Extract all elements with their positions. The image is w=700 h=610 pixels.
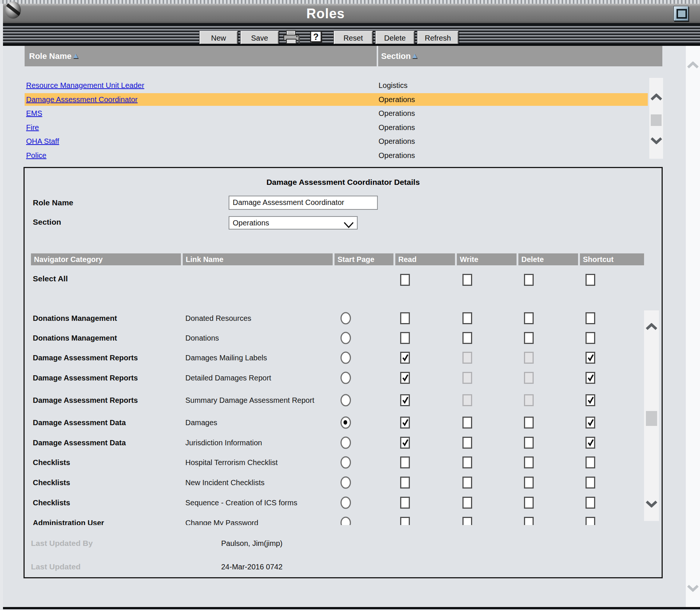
- delete-checkbox[interactable]: [524, 312, 534, 324]
- role-link[interactable]: OHA Staff: [26, 135, 59, 148]
- scroll-down-icon[interactable]: [687, 584, 699, 593]
- read-checkbox[interactable]: [400, 417, 410, 429]
- delete-checkbox[interactable]: [524, 456, 534, 468]
- permission-row: Damage Assessment DataJurisdiction Infor…: [26, 433, 645, 452]
- select-all-read-checkbox[interactable]: [400, 274, 410, 286]
- write-checkbox[interactable]: [462, 437, 472, 449]
- role-section: Operations: [379, 135, 415, 148]
- permission-row: ChecklistsSequence - Creation of ICS for…: [26, 493, 645, 513]
- read-checkbox[interactable]: [400, 437, 410, 449]
- read-checkbox[interactable]: [400, 312, 410, 324]
- write-checkbox[interactable]: [462, 517, 472, 525]
- new-button[interactable]: New: [199, 31, 238, 45]
- roles-list-scrollbar[interactable]: [649, 78, 663, 159]
- refresh-button[interactable]: Refresh: [417, 31, 459, 45]
- write-checkbox[interactable]: [462, 312, 472, 324]
- select-all-label: Select All: [33, 274, 68, 284]
- role-link[interactable]: Fire: [26, 121, 39, 134]
- column-header-role-name[interactable]: Role Name: [25, 46, 377, 66]
- start-page-radio[interactable]: [340, 517, 351, 525]
- scrollbar-thumb[interactable]: [646, 411, 657, 426]
- section-select[interactable]: Operations: [229, 216, 358, 230]
- write-checkbox[interactable]: [462, 332, 472, 344]
- delete-checkbox[interactable]: [524, 417, 534, 429]
- shortcut-checkbox[interactable]: [586, 372, 595, 384]
- read-checkbox[interactable]: [400, 517, 410, 525]
- role-row: EMSOperations: [25, 107, 648, 120]
- delete-checkbox[interactable]: [524, 517, 534, 525]
- read-checkbox[interactable]: [400, 497, 410, 509]
- window-restore-icon[interactable]: [674, 6, 688, 21]
- write-checkbox[interactable]: [462, 456, 472, 468]
- scroll-down-icon[interactable]: [650, 137, 662, 146]
- details-title: Damage Assessment Coordinator Details: [25, 178, 662, 187]
- start-page-radio[interactable]: [340, 372, 351, 384]
- select-all-write-checkbox[interactable]: [462, 274, 472, 286]
- delete-checkbox: [524, 372, 534, 384]
- select-all-delete-checkbox[interactable]: [524, 274, 534, 286]
- start-page-radio[interactable]: [340, 312, 351, 324]
- perm-header-delete: Delete: [518, 253, 578, 265]
- permission-row: Damage Assessment ReportsDamages Mailing…: [26, 348, 645, 368]
- delete-checkbox[interactable]: [524, 497, 534, 509]
- shortcut-checkbox[interactable]: [586, 394, 595, 406]
- link-name-cell: Jurisdiction Information: [185, 438, 320, 448]
- start-page-radio[interactable]: [340, 417, 351, 429]
- read-checkbox[interactable]: [400, 332, 410, 344]
- link-name-cell: Damages: [185, 418, 320, 427]
- permissions-scrollbar[interactable]: [644, 310, 659, 521]
- column-header-section[interactable]: Section: [378, 46, 662, 66]
- start-page-radio[interactable]: [340, 394, 351, 407]
- delete-checkbox[interactable]: [524, 437, 534, 449]
- link-name-cell: Detailed Damages Report: [185, 373, 320, 383]
- read-checkbox[interactable]: [400, 394, 410, 406]
- shortcut-checkbox[interactable]: [586, 332, 595, 344]
- role-link[interactable]: EMS: [26, 107, 42, 120]
- start-page-radio[interactable]: [340, 477, 351, 489]
- shortcut-checkbox[interactable]: [586, 517, 595, 525]
- scroll-up-icon[interactable]: [687, 61, 699, 70]
- save-button[interactable]: Save: [240, 31, 279, 45]
- role-name-input[interactable]: Damage Assessment Coordinator: [229, 196, 378, 210]
- read-checkbox[interactable]: [400, 352, 410, 364]
- sort-asc-icon: [412, 47, 418, 67]
- navigator-category-cell: Damage Assessment Reports: [33, 354, 138, 362]
- read-checkbox[interactable]: [400, 477, 410, 489]
- shortcut-checkbox[interactable]: [586, 477, 595, 489]
- scroll-down-icon[interactable]: [646, 500, 657, 509]
- write-checkbox: [462, 352, 472, 364]
- shortcut-checkbox[interactable]: [586, 456, 595, 468]
- start-page-radio[interactable]: [340, 332, 351, 344]
- shortcut-checkbox[interactable]: [586, 417, 595, 429]
- shortcut-checkbox[interactable]: [586, 437, 595, 449]
- role-link[interactable]: Damage Assessment Coordinator: [26, 93, 138, 106]
- window-scrollbar[interactable]: [686, 46, 700, 607]
- scrollbar-thumb[interactable]: [651, 114, 662, 126]
- write-checkbox[interactable]: [462, 497, 472, 509]
- start-page-radio[interactable]: [340, 436, 351, 449]
- shortcut-checkbox[interactable]: [586, 352, 595, 364]
- delete-checkbox[interactable]: [524, 332, 534, 344]
- read-checkbox[interactable]: [400, 372, 410, 384]
- chevron-down-icon: [343, 220, 354, 232]
- reset-button[interactable]: Reset: [333, 31, 373, 45]
- shortcut-checkbox[interactable]: [586, 312, 595, 324]
- role-link[interactable]: Resource Management Unit Leader: [26, 79, 144, 92]
- start-page-radio[interactable]: [340, 352, 351, 364]
- delete-checkbox[interactable]: [524, 477, 534, 489]
- write-checkbox[interactable]: [462, 477, 472, 489]
- role-details-panel: Damage Assessment Coordinator Details Ro…: [23, 167, 663, 578]
- delete-checkbox: [524, 394, 534, 406]
- role-link[interactable]: Police: [26, 149, 46, 162]
- role-section: Operations: [379, 107, 415, 120]
- select-all-shortcut-checkbox[interactable]: [586, 274, 595, 286]
- start-page-radio[interactable]: [340, 497, 351, 509]
- column-header-label: Role Name: [29, 51, 72, 61]
- shortcut-checkbox[interactable]: [586, 497, 595, 509]
- write-checkbox[interactable]: [462, 417, 472, 429]
- start-page-radio[interactable]: [340, 456, 351, 469]
- read-checkbox[interactable]: [400, 456, 410, 468]
- scroll-up-icon[interactable]: [646, 323, 657, 332]
- scroll-up-icon[interactable]: [650, 94, 662, 102]
- delete-button[interactable]: Delete: [375, 31, 415, 45]
